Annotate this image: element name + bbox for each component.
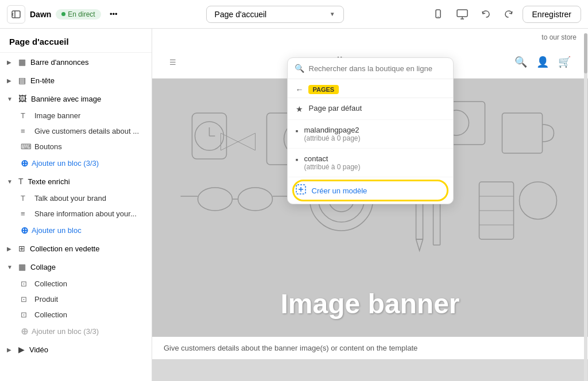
more-icon: •••: [110, 10, 118, 18]
page-selector-text: Page d'accueil: [215, 10, 267, 19]
undo-redo-group: [477, 5, 518, 24]
section-header-collection-vedette[interactable]: ▶ ⊞ Collection en vedette: [0, 239, 152, 258]
search-icon: 🔍: [295, 64, 304, 73]
section-icon-texte: T: [18, 177, 24, 186]
list-item[interactable]: T Image banner: [0, 108, 152, 123]
section-header-video[interactable]: ▶ ▶ Vidéo: [0, 340, 152, 359]
dropdown-item-page-defaut[interactable]: ★ Page par défaut: [288, 98, 453, 120]
text-icon: ≡: [21, 127, 30, 135]
add-block-button-texte[interactable]: ⊕ Ajouter un bloc: [0, 221, 152, 239]
page-selector[interactable]: Page d'accueil ▼: [206, 6, 344, 23]
section-icon-collection-vedette: ⊞: [18, 244, 25, 253]
text-icon: T: [21, 194, 30, 203]
sidebar-section-collage: ▼ ▦ Collage ⊡ Collection ⊡ Produit ⊡ Col…: [0, 258, 152, 340]
dropdown-section-header: ← PAGES: [288, 79, 453, 98]
desktop-preview-button[interactable]: [452, 5, 472, 24]
plus-icon: ⊕: [21, 326, 28, 337]
section-icon-barre: ▦: [18, 57, 26, 67]
item-label: Collection: [34, 279, 67, 288]
save-button[interactable]: Enregistrer: [523, 6, 581, 23]
list-item[interactable]: ≡ Give customers details about ...: [0, 123, 152, 139]
item-label-contact: contact: [304, 154, 360, 163]
redo-button[interactable]: [498, 5, 518, 24]
add-block-label: Ajouter un bloc: [32, 226, 82, 235]
dropdown-item-malandingpage2[interactable]: ▪ malandingpage2 (attribué à 0 page): [288, 120, 453, 149]
dropdown-panel: 🔍 ← PAGES ★ Page par défaut ▪: [287, 57, 454, 204]
exit-button[interactable]: [7, 5, 25, 24]
dropdown-item-contact[interactable]: ▪ contact (attribué à 0 page): [288, 149, 453, 177]
section-header-collage[interactable]: ▼ ▦ Collage: [0, 258, 152, 276]
button-icon: ⌨: [21, 142, 30, 151]
collapse-arrow-collection-vedette: ▶: [7, 246, 14, 252]
create-model-button[interactable]: Créer un modèle: [288, 177, 453, 204]
collapse-arrow: ▶: [7, 59, 14, 65]
collapse-arrow-video: ▶: [7, 347, 14, 353]
list-item[interactable]: ⌨ Boutons: [0, 139, 152, 154]
list-item[interactable]: ⊡ Produit: [0, 291, 152, 307]
section-title-entete: En-tête: [30, 76, 145, 85]
list-item[interactable]: T Talk about your brand: [0, 190, 152, 206]
add-block-button-banniere[interactable]: ⊕ Ajouter un bloc (3/3): [0, 154, 152, 172]
page-icon-1: ▪: [296, 126, 299, 135]
svg-rect-0: [12, 11, 20, 18]
sidebar-section-banniere: ▼ 🖼 Bannière avec image T Image banner ≡…: [0, 90, 152, 172]
topbar-right: Enregistrer: [428, 5, 581, 24]
store-name: Dawn: [30, 10, 51, 19]
mobile-preview-button[interactable]: [428, 5, 448, 24]
create-model-label: Créer un modèle: [312, 186, 368, 195]
sidebar-section-texte: ▼ T Texte enrichi T Talk about your bran…: [0, 172, 152, 239]
collection-icon-2: ⊡: [21, 310, 30, 319]
section-title-video: Vidéo: [29, 345, 145, 354]
undo-button[interactable]: [477, 5, 496, 24]
section-header-entete[interactable]: ▶ ▤ En-tête: [0, 71, 152, 90]
item-label: Talk about your brand: [34, 194, 106, 203]
add-block-label: Ajouter un bloc (3/3): [32, 327, 99, 336]
collapse-arrow-texte: ▼: [7, 178, 14, 185]
topbar-left: Dawn En direct •••: [7, 5, 122, 24]
collapse-arrow-entete: ▶: [7, 77, 14, 84]
product-icon: ⊡: [21, 295, 30, 304]
sidebar-section-collection-vedette: ▶ ⊞ Collection en vedette: [0, 239, 152, 258]
section-header-banniere[interactable]: ▼ 🖼 Bannière avec image: [0, 90, 152, 108]
search-input[interactable]: [309, 64, 446, 73]
item-label: Image banner: [34, 111, 80, 120]
canvas-area: to our store ☰ llat 🔍 👤 🛒: [152, 29, 588, 381]
section-title-texte: Texte enrichi: [28, 177, 145, 186]
section-title-banniere: Bannière avec image: [31, 95, 145, 103]
live-badge: En direct: [56, 9, 100, 20]
main-area: Page d'accueil ▶ ▦ Barre d'annonces ▶ ▤ …: [0, 29, 588, 381]
sidebar-title: Page d'accueil: [0, 29, 152, 53]
star-icon: ★: [296, 104, 303, 114]
plus-icon: ⊕: [21, 225, 28, 236]
section-header-texte[interactable]: ▼ T Texte enrichi: [0, 172, 152, 190]
page-icon-2: ▪: [296, 155, 299, 164]
item-label: Give customers details about ...: [34, 127, 139, 135]
sidebar: Page d'accueil ▶ ▦ Barre d'annonces ▶ ▤ …: [0, 29, 152, 381]
collapse-arrow-collage: ▼: [7, 264, 14, 270]
add-block-label: Ajouter un bloc (3/3): [32, 159, 99, 168]
section-icon-banniere: 🖼: [18, 94, 26, 103]
item-label: Produit: [34, 295, 58, 304]
list-item[interactable]: ⊡ Collection: [0, 276, 152, 291]
item-label: Boutons: [34, 142, 62, 151]
item-label: Share information about your...: [34, 209, 137, 218]
sidebar-section-barre-annonces: ▶ ▦ Barre d'annonces: [0, 53, 152, 71]
live-label: En direct: [68, 10, 95, 18]
section-header-barre-annonces[interactable]: ▶ ▦ Barre d'annonces: [0, 53, 152, 71]
text-icon: T: [21, 111, 30, 120]
pages-badge: PAGES: [308, 85, 339, 94]
section-title-collection-vedette: Collection en vedette: [30, 244, 145, 253]
dropdown-overlay: 🔍 ← PAGES ★ Page par défaut ▪: [152, 29, 588, 381]
text-icon: ≡: [21, 209, 30, 218]
item-label-page-defaut: Page par défaut: [309, 104, 362, 112]
more-button[interactable]: •••: [106, 6, 122, 22]
collection-icon: ⊡: [21, 279, 30, 288]
topbar: Dawn En direct ••• Page d'accueil ▼: [0, 0, 588, 29]
list-item[interactable]: ≡ Share information about your...: [0, 206, 152, 221]
section-title-barre: Barre d'annonces: [30, 58, 145, 67]
chevron-down-icon: ▼: [330, 11, 335, 17]
item-sub-malandingpage2: (attribué à 0 page): [304, 134, 360, 142]
section-icon-entete: ▤: [18, 76, 26, 85]
list-item[interactable]: ⊡ Collection: [0, 307, 152, 322]
back-arrow-icon[interactable]: ←: [296, 85, 304, 94]
